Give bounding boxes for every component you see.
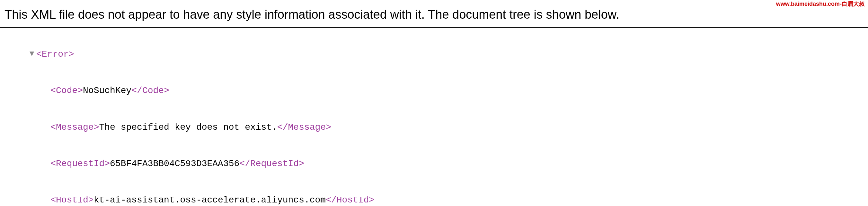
message-tag-close: </Message> bbox=[277, 122, 331, 132]
code-tag-close: </Code> bbox=[131, 86, 169, 96]
xml-root-open[interactable]: ▼<Error> bbox=[3, 36, 865, 72]
hostid-value: kt-ai-assistant.oss-accelerate.aliyuncs.… bbox=[94, 195, 326, 205]
code-value: NoSuchKey bbox=[83, 86, 131, 96]
error-tag-open: <Error> bbox=[36, 49, 74, 59]
xml-element-message: <Message>The specified key does not exis… bbox=[3, 109, 865, 146]
requestid-value: 65BF4FA3BB04C593D3EAA356 bbox=[110, 159, 239, 169]
hostid-tag-open: <HostId> bbox=[51, 195, 93, 205]
requestid-tag-close: </RequestId> bbox=[239, 159, 304, 169]
code-tag-open: <Code> bbox=[51, 86, 83, 96]
requestid-tag-open: <RequestId> bbox=[51, 159, 110, 169]
xml-element-hostid: <HostId>kt-ai-assistant.oss-accelerate.a… bbox=[3, 182, 865, 206]
xml-tree-view: ▼<Error> <Code>NoSuchKey</Code> <Message… bbox=[0, 28, 868, 206]
collapse-toggle-icon[interactable]: ▼ bbox=[28, 48, 36, 58]
xml-element-requestid: <RequestId>65BF4FA3BB04C593D3EAA356</Req… bbox=[3, 146, 865, 182]
hostid-tag-close: </HostId> bbox=[326, 195, 374, 205]
message-tag-open: <Message> bbox=[51, 122, 99, 132]
xml-style-notice: This XML file does not appear to have an… bbox=[0, 2, 868, 28]
message-value: The specified key does not exist. bbox=[99, 122, 277, 132]
xml-element-code: <Code>NoSuchKey</Code> bbox=[3, 72, 865, 109]
watermark-text: www.baimeidashu.com-白眉大叔 bbox=[776, 0, 865, 8]
